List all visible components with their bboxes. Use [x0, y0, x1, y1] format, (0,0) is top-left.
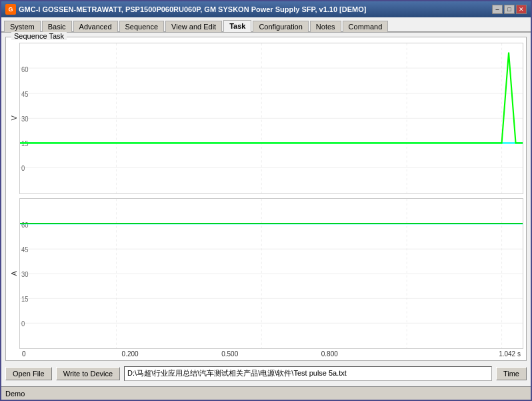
voltage-chart: 0 15 30 45 60 [19, 43, 523, 194]
x-axis-labels: 0 0.200 0.500 0.800 1.042 s [9, 350, 523, 358]
bottom-controls: Open File Write to Device D:\马超\行业应用总结\汽… [5, 365, 527, 382]
charts-area: V [6, 37, 526, 360]
current-chart: 0 15 30 45 60 [19, 198, 523, 350]
time-button[interactable]: Time [496, 367, 527, 380]
voltage-y-axis-label: V [9, 43, 19, 194]
app-icon: G [5, 4, 16, 15]
tab-command[interactable]: Command [343, 21, 389, 32]
write-device-button[interactable]: Write to Device [56, 367, 120, 380]
svg-text:15: 15 [21, 295, 29, 302]
maximize-button[interactable]: □ [504, 5, 515, 14]
group-label: Sequence Task [11, 32, 67, 40]
current-y-axis-label: A [9, 198, 19, 350]
app-window: G GMC-I GOSSEN-METRAWATT, PSP1500P060RU0… [0, 0, 532, 401]
svg-text:45: 45 [21, 246, 29, 253]
voltage-chart-svg: 0 15 30 45 60 [20, 43, 523, 193]
close-button[interactable]: ✕ [516, 5, 527, 14]
title-text: GMC-I GOSSEN-METRAWATT, PSP1500P060RU060… [19, 5, 366, 13]
x-label-1: 0.200 [122, 350, 222, 358]
svg-text:60: 60 [21, 221, 29, 228]
main-content: Sequence Task V [1, 32, 531, 386]
svg-text:0: 0 [21, 320, 25, 327]
file-path-field: D:\马超\行业应用总结\汽车测试相关产品\电源\软件\Test pulse 5… [124, 366, 492, 381]
current-chart-svg: 0 15 30 45 60 [20, 199, 523, 349]
tab-system[interactable]: System [4, 21, 41, 32]
svg-text:0: 0 [21, 165, 25, 172]
status-text: Demo [5, 390, 25, 398]
tab-sequence[interactable]: Sequence [119, 21, 165, 32]
tab-bar: System Basic Advanced Sequence View and … [1, 17, 531, 32]
x-label-end: 1.042 s [421, 350, 523, 358]
title-bar-left: G GMC-I GOSSEN-METRAWATT, PSP1500P060RU0… [5, 4, 366, 15]
sequence-task-group: Sequence Task V [5, 37, 527, 361]
tab-notes[interactable]: Notes [310, 21, 341, 32]
open-file-button[interactable]: Open File [5, 367, 52, 380]
svg-text:30: 30 [21, 270, 29, 278]
x-label-2: 0.500 [221, 350, 321, 358]
minimize-button[interactable]: – [492, 5, 503, 14]
svg-text:45: 45 [21, 90, 29, 97]
x-label-0: 0 [22, 350, 122, 358]
tab-configuration[interactable]: Configuration [253, 21, 308, 32]
window-controls: – □ ✕ [492, 5, 527, 14]
tab-basic[interactable]: Basic [42, 21, 72, 32]
tab-view-edit[interactable]: View and Edit [165, 21, 222, 32]
status-bar: Demo [1, 386, 531, 400]
x-label-3: 0.800 [321, 350, 421, 358]
tab-advanced[interactable]: Advanced [73, 21, 118, 32]
svg-text:30: 30 [21, 115, 29, 122]
voltage-chart-container: V [9, 43, 523, 194]
title-bar: G GMC-I GOSSEN-METRAWATT, PSP1500P060RU0… [1, 1, 531, 17]
svg-text:60: 60 [21, 65, 29, 73]
current-chart-container: A [9, 198, 523, 350]
tab-task[interactable]: Task [223, 20, 251, 32]
